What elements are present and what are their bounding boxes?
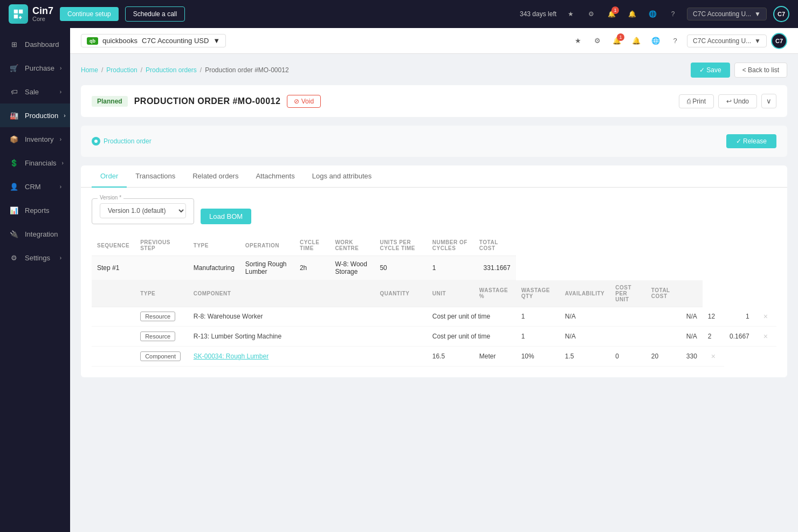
sidebar-item-dashboard[interactable]: ⊞ Dashboard [0, 32, 70, 56]
table-row: Component SK-00034: Rough Lumber 16.5 Me… [92, 347, 776, 367]
delete-row2-button[interactable]: × [760, 331, 771, 342]
settings-chevron: › [60, 255, 61, 261]
star-icon-sb[interactable]: ★ [570, 33, 586, 49]
table-header-row: SEQUENCE PREVIOUS STEP TYPE OPERATION CY… [92, 235, 776, 256]
globe-icon[interactable]: 🌐 [645, 6, 660, 22]
row3-total-cost: 330 [681, 347, 703, 367]
star-icon[interactable]: ★ [563, 6, 578, 22]
sidebar-item-reports[interactable]: 📊 Reports [0, 198, 70, 222]
step-units-per-cycle: 50 [374, 256, 426, 280]
delete-row3-button[interactable]: × [708, 351, 719, 362]
step-num-cycles: 1 [427, 256, 474, 280]
notif-icon-sb[interactable]: 🔔 1 [609, 33, 624, 49]
notification-badge: 1 [611, 6, 619, 14]
step-label: Production order [104, 137, 152, 145]
th-sub-action [681, 280, 703, 307]
tab-related-orders[interactable]: Related orders [184, 165, 247, 188]
version-legend: Version * [98, 195, 123, 201]
breadcrumb-production-orders[interactable]: Production orders [146, 66, 197, 74]
notification-icon[interactable]: 🔔 1 [604, 6, 619, 22]
globe-icon-sb[interactable]: 🌐 [648, 33, 663, 49]
breadcrumb-sep1: / [101, 66, 103, 74]
production-chevron: › [64, 113, 65, 119]
row1-quantity: 1 [516, 307, 560, 327]
breadcrumb-production[interactable]: Production [106, 66, 137, 74]
print-button[interactable]: ⎙ Print [679, 94, 714, 108]
th-sub-wastage-pct: WASTAGE % [474, 280, 516, 307]
sb-account-arrow: ▼ [754, 37, 761, 45]
component-link[interactable]: SK-00034: Rough Lumber [194, 353, 269, 360]
row2-cost-per-unit: 2 [703, 327, 724, 347]
row1-cost-per-unit: 12 [703, 307, 724, 327]
tab-order[interactable]: Order [92, 165, 127, 188]
th-number-cycles: NUMBER OF CYCLES [427, 235, 474, 256]
delete-row1-button[interactable]: × [760, 311, 771, 322]
breadcrumb-home[interactable]: Home [81, 66, 98, 74]
sidebar-label-production: Production [25, 112, 58, 120]
sidebar-item-integration[interactable]: 🔌 Integration [0, 222, 70, 246]
account-name: C7C Accounting U... [693, 10, 751, 18]
tab-attachments[interactable]: Attachments [247, 165, 303, 188]
sb-avatar[interactable]: C7 [771, 33, 787, 49]
sidebar-item-crm[interactable]: 👤 CRM › [0, 175, 70, 198]
alert-icon[interactable]: 🔔 [624, 6, 639, 22]
progress-steps: Production order [92, 137, 152, 146]
sidebar-item-production[interactable]: 🏭 Production › [0, 103, 70, 127]
th-sub-empty1 [92, 280, 135, 307]
save-button[interactable]: ✓ Save [691, 63, 730, 78]
row1-wastage-pct [610, 307, 646, 327]
row2-delete[interactable]: × [755, 327, 776, 347]
bell-icon-sb[interactable]: 🔔 [629, 33, 644, 49]
row1-component: R-8: Warehouse Worker [188, 307, 375, 327]
sidebar-label-dashboard: Dashboard [25, 40, 61, 49]
load-bom-button[interactable]: Load BOM [201, 209, 251, 224]
qb-account: C7C Accounting USD [142, 37, 209, 45]
version-fieldset: Version * Version 1.0 (default) [92, 198, 194, 224]
user-avatar[interactable]: C7 [773, 6, 789, 22]
row1-delete[interactable]: × [755, 307, 776, 327]
breadcrumb-sep2: / [141, 66, 142, 74]
tab-logs[interactable]: Logs and attributes [304, 165, 381, 188]
help-icon[interactable]: ? [665, 6, 680, 22]
quickbooks-selector[interactable]: qb quickbooks C7C Accounting USD ▼ [81, 34, 226, 47]
order-more-button[interactable]: ∨ [761, 94, 776, 108]
sidebar-item-financials[interactable]: 💲 Financials › [0, 151, 70, 175]
row3-component: SK-00034: Rough Lumber [188, 347, 427, 367]
row1-availability: N/A [681, 307, 703, 327]
th-previous-step: PREVIOUS STEP [135, 235, 188, 256]
row1-total-cost: 1 [724, 307, 755, 327]
sidebar-item-settings[interactable]: ⚙ Settings › [0, 246, 70, 270]
th-total-cost-main: TOTAL COST [474, 235, 516, 256]
logo-icon [9, 4, 28, 24]
release-button[interactable]: ✓ Release [726, 134, 776, 148]
order-header-card: Planned PRODUCTION ORDER #MO-00012 ⊘ Voi… [81, 85, 787, 117]
undo-button[interactable]: ↩ Undo [718, 94, 757, 108]
help-icon-sb[interactable]: ? [668, 33, 683, 49]
row3-delete[interactable]: × [703, 347, 724, 367]
row2-wastage-qty [646, 327, 681, 347]
account-dropdown[interactable]: C7C Accounting U... ▼ [687, 8, 767, 20]
status-badge: Planned [92, 96, 128, 107]
tab-transactions[interactable]: Transactions [127, 165, 184, 188]
void-button[interactable]: ⊘ Void [287, 95, 321, 108]
table-row: Resource R-13: Lumber Sorting Machine Co… [92, 327, 776, 347]
step-total-cost: 331.1667 [474, 256, 516, 280]
back-to-list-button[interactable]: < Back to list [734, 63, 787, 78]
sidebar-item-purchase[interactable]: 🛒 Purchase › [0, 56, 70, 80]
sb-account-selector[interactable]: C7C Accounting U... ▼ [687, 34, 767, 47]
row2-type: Resource [135, 327, 188, 347]
settings-icon[interactable]: ⚙ [583, 6, 598, 22]
sidebar-item-sale[interactable]: 🏷 Sale › [0, 80, 70, 103]
th-sub-cost-per-unit: COST PER UNIT [610, 280, 646, 307]
th-sub-component: COMPONENT [188, 280, 375, 307]
version-select[interactable]: Version 1.0 (default) [100, 203, 186, 218]
schedule-call-button[interactable]: Schedule a call [125, 6, 185, 22]
order-title-section: Planned PRODUCTION ORDER #MO-00012 ⊘ Voi… [92, 95, 321, 108]
settings-icon-sb[interactable]: ⚙ [590, 33, 605, 49]
inventory-chevron: › [60, 136, 61, 142]
th-sub-quantity: QUANTITY [374, 280, 426, 307]
table-row: Resource R-8: Warehouse Worker Cost per … [92, 307, 776, 327]
continue-setup-button[interactable]: Continue setup [60, 7, 119, 21]
cart-icon: 🛒 [9, 63, 19, 73]
sidebar-item-inventory[interactable]: 📦 Inventory › [0, 127, 70, 151]
